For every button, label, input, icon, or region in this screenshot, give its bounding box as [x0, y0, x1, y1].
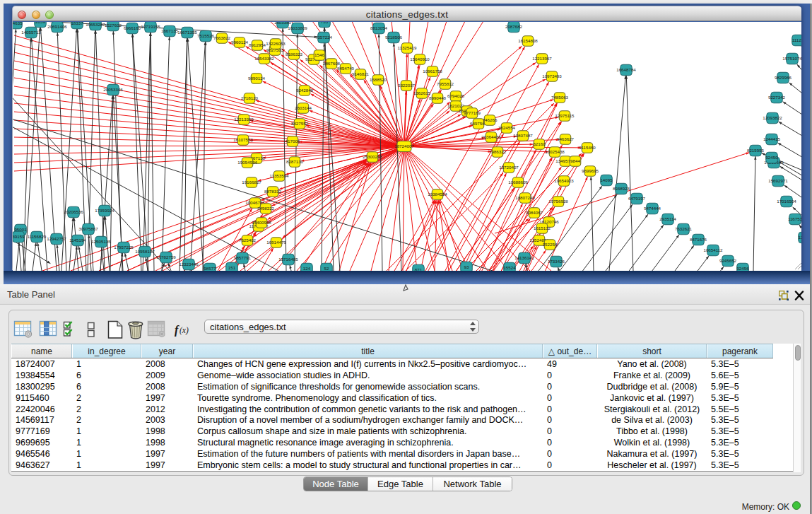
svg-text:11353594: 11353594	[269, 173, 289, 178]
svg-text:6794028: 6794028	[447, 93, 465, 98]
svg-text:7485063: 7485063	[551, 95, 569, 100]
svg-text:25300293: 25300293	[363, 154, 382, 159]
svg-text:1615132: 1615132	[534, 226, 551, 230]
svg-text:10958107: 10958107	[135, 249, 155, 254]
svg-text:9115460: 9115460	[579, 145, 596, 150]
svg-text:17016504: 17016504	[777, 199, 796, 204]
svg-text:93: 93	[464, 264, 469, 269]
svg-text:15400948: 15400948	[252, 220, 271, 225]
svg-text:15720407: 15720407	[499, 165, 519, 170]
svg-text:15692971: 15692971	[768, 178, 788, 183]
svg-text:18724007: 18724007	[394, 144, 414, 148]
svg-text:1362615: 1362615	[413, 90, 431, 95]
svg-text:12505135: 12505135	[91, 239, 111, 244]
svg-text:5322037: 5322037	[398, 83, 416, 88]
svg-text:15640910: 15640910	[410, 57, 430, 62]
svg-text:9960124: 9960124	[231, 40, 249, 45]
svg-text:16154808: 16154808	[518, 38, 538, 43]
svg-text:15524: 15524	[503, 265, 516, 270]
svg-text:7515526: 7515526	[197, 33, 215, 38]
svg-text:17957225: 17957225	[114, 245, 134, 250]
svg-text:9245652: 9245652	[719, 258, 737, 263]
svg-text:9699695: 9699695	[582, 168, 599, 173]
svg-text:9844: 9844	[570, 158, 580, 163]
svg-text:20206536: 20206536	[64, 209, 83, 214]
svg-text:11325419: 11325419	[397, 45, 417, 50]
svg-text:10973493: 10973493	[542, 74, 562, 78]
svg-text:116753: 116753	[788, 216, 801, 221]
svg-text:9829966: 9829966	[775, 75, 792, 80]
svg-text:8878332: 8878332	[264, 189, 282, 194]
svg-text:2867608: 2867608	[323, 61, 341, 66]
svg-text:98577: 98577	[204, 266, 216, 271]
svg-text:746266: 746266	[483, 117, 498, 122]
svg-text:124: 124	[303, 266, 311, 271]
svg-text:16033809: 16033809	[288, 25, 307, 30]
svg-text:417006: 417006	[286, 139, 300, 144]
svg-text:1603380: 1603380	[274, 22, 292, 25]
svg-text:9227342: 9227342	[768, 95, 786, 100]
svg-text:9474444: 9474444	[644, 206, 661, 211]
svg-text:7986322: 7986322	[489, 149, 507, 154]
svg-text:16648784: 16648784	[616, 67, 636, 72]
svg-text:14055713: 14055713	[21, 30, 41, 35]
svg-text:10654112: 10654112	[703, 247, 723, 252]
svg-text:12103: 12103	[798, 235, 801, 240]
svg-text:2087682: 2087682	[505, 24, 523, 29]
svg-text:6479197: 6479197	[628, 196, 646, 201]
svg-text:8427552: 8427552	[291, 121, 309, 126]
svg-text:1667135: 1667135	[161, 28, 179, 33]
svg-text:92456: 92456	[736, 266, 749, 271]
svg-text:8938923: 8938923	[613, 186, 630, 191]
svg-text:19054934: 19054934	[237, 160, 257, 165]
svg-text:7663822: 7663822	[213, 35, 231, 40]
svg-text:2935114: 2935114	[659, 216, 676, 221]
svg-text:16782759: 16782759	[156, 255, 176, 259]
svg-text:3498222: 3498222	[257, 206, 275, 211]
svg-text:12975115: 12975115	[555, 113, 575, 118]
svg-text:18807249: 18807249	[515, 195, 535, 200]
svg-text:19384554: 19384554	[428, 192, 447, 197]
svg-text:1145194: 1145194	[69, 238, 86, 243]
svg-text:14095: 14095	[600, 177, 613, 182]
svg-text:9242848: 9242848	[296, 88, 314, 93]
svg-text:3624554: 3624554	[498, 125, 516, 130]
svg-text:39159: 39159	[13, 234, 25, 239]
svg-text:16671355: 16671355	[177, 30, 197, 35]
svg-text:1546: 1546	[314, 52, 324, 57]
svg-text:19166827: 19166827	[242, 180, 261, 185]
svg-text:11125: 11125	[792, 37, 801, 42]
svg-text:20364436: 20364436	[481, 134, 501, 139]
svg-text:16107553: 16107553	[233, 137, 253, 142]
svg-text:7955812: 7955812	[437, 81, 454, 86]
svg-text:1527602: 1527602	[105, 23, 122, 28]
svg-text:6966160: 6966160	[124, 25, 141, 30]
svg-text:8471676: 8471676	[690, 237, 707, 242]
svg-text:62160: 62160	[533, 141, 546, 146]
svg-text:12942757: 12942757	[47, 236, 66, 241]
svg-text:30975867: 30975867	[78, 226, 98, 231]
svg-text:14136141: 14136141	[514, 255, 534, 260]
svg-text:19654923: 19654923	[554, 178, 574, 183]
svg-text:10719155: 10719155	[141, 24, 160, 29]
svg-text:(x): (x)	[180, 326, 189, 335]
svg-text:19756928: 19756928	[548, 199, 568, 204]
svg-text:12093822: 12093822	[763, 115, 782, 120]
svg-text:9777169: 9777169	[464, 110, 481, 115]
svg-text:7632621: 7632621	[675, 226, 693, 231]
svg-text:1733426: 1733426	[548, 259, 565, 264]
svg-text:9857791: 9857791	[234, 255, 252, 260]
svg-text:10961758: 10961758	[423, 69, 442, 74]
svg-text:11156829: 11156829	[28, 234, 47, 239]
svg-text:12213967: 12213967	[532, 56, 552, 61]
svg-text:7625402: 7625402	[239, 238, 257, 243]
svg-text:f: f	[175, 324, 180, 337]
svg-text:9463627: 9463627	[557, 136, 575, 141]
svg-text:8186323: 8186323	[286, 52, 303, 57]
svg-text:8912954: 8912954	[249, 42, 266, 47]
svg-text:94635: 94635	[13, 22, 23, 25]
svg-text:15751074: 15751074	[782, 56, 801, 61]
svg-text:2603144: 2603144	[295, 105, 312, 110]
svg-text:13226053: 13226053	[266, 41, 286, 46]
svg-text:12323446: 12323446	[179, 262, 199, 267]
